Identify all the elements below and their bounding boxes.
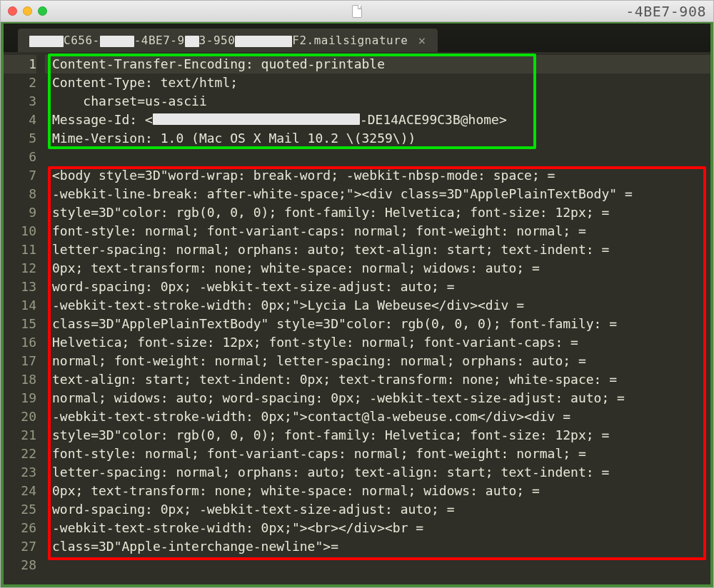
line-number: 21 [4, 426, 36, 445]
code-line: <body style=3D"word-wrap: break-word; -w… [45, 166, 710, 185]
line-number: 23 [4, 463, 36, 482]
line-number: 13 [4, 278, 36, 296]
redacted-segment [153, 113, 360, 125]
tab-filename: C656--4BE7-93-950F2.mailsignature [29, 34, 408, 47]
line-number: 19 [4, 389, 36, 407]
code-line: 0px; text-transform: none; white-space: … [45, 482, 710, 500]
close-window-button[interactable] [8, 6, 17, 16]
line-number: 12 [4, 259, 36, 278]
line-number: 27 [4, 537, 36, 556]
redacted-segment [235, 36, 292, 47]
tab-text-seg: -4BE7-9 [134, 34, 185, 47]
line-number: 7 [4, 166, 36, 185]
code-line: charset=us-ascii [45, 92, 710, 111]
code-line: text-align: start; text-indent: 0px; tex… [45, 370, 710, 389]
tab-text-seg: 3-950 [199, 34, 236, 47]
line-number: 9 [4, 203, 36, 222]
code-line: class=3D"ApplePlainTextBody" style=3D"co… [45, 315, 710, 333]
code-line: style=3D"color: rgb(0, 0, 0); font-famil… [45, 203, 710, 222]
line-number: 26 [4, 519, 36, 537]
line-number: 8 [4, 185, 36, 203]
code-line: Mime-Version: 1.0 (Mac OS X Mail 10.2 \(… [45, 129, 710, 148]
code-line: Message-Id: <-DE14ACE99C3B@home> [45, 111, 710, 129]
code-line: class=3D"Apple-interchange-newline">= [45, 537, 710, 556]
line-number: 3 [4, 92, 36, 111]
code-line: word-spacing: 0px; -webkit-text-size-adj… [45, 500, 710, 519]
code-line: normal; widows: auto; word-spacing: 0px;… [45, 389, 710, 407]
line-number: 15 [4, 315, 36, 333]
code-area[interactable]: 1234567891011121314151617181920212223242… [4, 52, 710, 584]
code-line: word-spacing: 0px; -webkit-text-size-adj… [45, 278, 710, 296]
window-titlebar: -4BE7-908 [1, 1, 713, 22]
tab-text-seg: F2.mailsignature [292, 34, 408, 47]
line-number: 5 [4, 129, 36, 148]
line-number: 1 [4, 55, 36, 74]
editor-window: -4BE7-908 C656--4BE7-93-950F2.mailsignat… [0, 0, 714, 588]
line-number: 14 [4, 296, 36, 315]
window-title [352, 5, 362, 18]
line-number: 6 [4, 148, 36, 166]
code-line: font-style: normal; font-variant-caps: n… [45, 222, 710, 240]
code-line: Content-Type: text/html; [45, 74, 710, 92]
code-line: normal; font-weight: normal; letter-spac… [45, 352, 710, 370]
code-line: letter-spacing: normal; orphans: auto; t… [45, 463, 710, 482]
line-number: 25 [4, 500, 36, 519]
code-line: Helvetica; font-size: 12px; font-style: … [45, 333, 710, 352]
document-icon [352, 5, 362, 18]
code-line [45, 148, 710, 166]
tab-bar: C656--4BE7-93-950F2.mailsignature × [4, 24, 710, 52]
redacted-segment [185, 36, 199, 47]
code-line: 0px; text-transform: none; white-space: … [45, 259, 710, 278]
code-line: -webkit-text-stroke-width: 0px;">contact… [45, 407, 710, 426]
code-line: Content-Transfer-Encoding: quoted-printa… [45, 55, 710, 74]
line-number: 28 [4, 556, 36, 574]
code-line: -webkit-text-stroke-width: 0px;"><br></d… [45, 519, 710, 537]
line-number: 18 [4, 370, 36, 389]
line-number: 4 [4, 111, 36, 129]
file-tab[interactable]: C656--4BE7-93-950F2.mailsignature × [18, 29, 438, 52]
line-number: 2 [4, 74, 36, 92]
editor-area: C656--4BE7-93-950F2.mailsignature × 1234… [1, 22, 713, 587]
code-line: -webkit-line-break: after-white-space;">… [45, 185, 710, 203]
line-number: 20 [4, 407, 36, 426]
code-line: letter-spacing: normal; orphans: auto; t… [45, 240, 710, 259]
line-number-gutter: 1234567891011121314151617181920212223242… [4, 55, 45, 584]
line-number: 17 [4, 352, 36, 370]
line-number: 10 [4, 222, 36, 240]
redacted-segment [100, 36, 134, 47]
minimize-window-button[interactable] [23, 6, 32, 16]
code-line: font-style: normal; font-variant-caps: n… [45, 445, 710, 463]
code-content[interactable]: Content-Transfer-Encoding: quoted-printa… [45, 55, 710, 584]
line-number: 22 [4, 445, 36, 463]
line-number: 24 [4, 482, 36, 500]
redacted-segment [29, 36, 64, 47]
line-number: 11 [4, 240, 36, 259]
close-tab-icon[interactable]: × [418, 34, 426, 47]
traffic-lights [8, 6, 47, 16]
code-line: style=3D"color: rgb(0, 0, 0); font-famil… [45, 426, 710, 445]
maximize-window-button[interactable] [38, 6, 47, 16]
code-line [45, 556, 710, 574]
line-number: 16 [4, 333, 36, 352]
code-line: -webkit-text-stroke-width: 0px;">Lycia L… [45, 296, 710, 315]
tab-text-seg: C656- [64, 34, 100, 47]
window-title-fragment: -4BE7-908 [625, 3, 706, 20]
